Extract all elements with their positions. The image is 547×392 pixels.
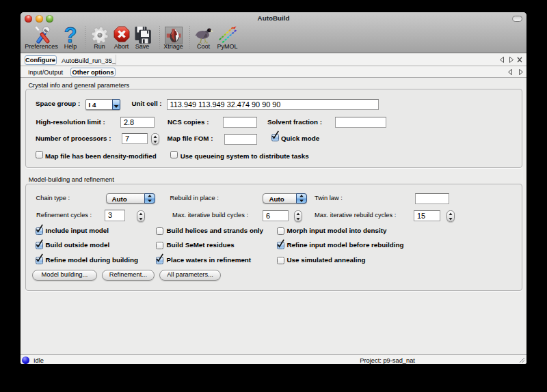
svg-text:?: ? bbox=[64, 25, 77, 44]
